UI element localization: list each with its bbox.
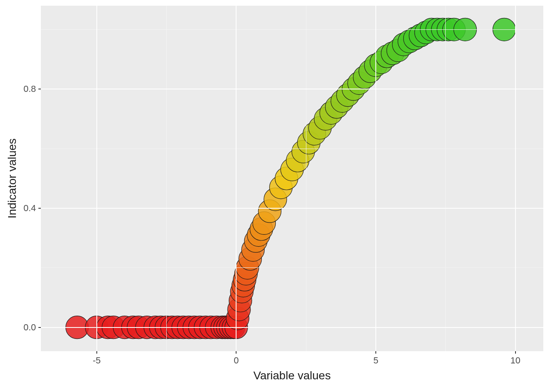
grid-minor-horizontal <box>38 89 41 89</box>
y-tick-label: 0.8 <box>23 84 36 94</box>
grid-minor-vertical <box>166 6 167 351</box>
x-tick-label: -5 <box>93 355 101 366</box>
grid-minor-horizontal <box>38 208 41 209</box>
grid-minor-horizontal <box>41 149 543 149</box>
chart-container: Variable values Indicator values -505100… <box>0 0 549 392</box>
x-axis-title: Variable values <box>253 369 330 382</box>
grid-minor-vertical <box>445 6 446 351</box>
scatter-layer <box>0 0 549 392</box>
y-tick-label: 0.0 <box>23 322 36 333</box>
grid-minor-horizontal <box>96 351 97 354</box>
grid-minor-horizontal <box>236 351 237 354</box>
grid-minor-horizontal <box>41 29 543 30</box>
grid-major-vertical <box>96 6 97 351</box>
x-tick-label: 5 <box>373 355 378 366</box>
grid-major-vertical <box>515 6 516 351</box>
grid-major-horizontal <box>41 89 543 89</box>
grid-minor-horizontal <box>515 351 516 354</box>
y-tick-label: 0.4 <box>23 203 36 214</box>
y-axis-title: Indicator values <box>6 138 19 218</box>
grid-minor-horizontal <box>38 327 41 328</box>
grid-major-vertical <box>375 6 376 351</box>
grid-minor-horizontal <box>41 267 543 268</box>
grid-major-horizontal <box>41 327 543 328</box>
grid-major-horizontal <box>41 208 543 209</box>
grid-minor-vertical <box>306 6 306 351</box>
x-tick-label: 0 <box>234 355 239 366</box>
x-tick-label: 10 <box>510 355 520 366</box>
grid-major-vertical <box>236 6 237 351</box>
grid-minor-horizontal <box>375 351 376 354</box>
